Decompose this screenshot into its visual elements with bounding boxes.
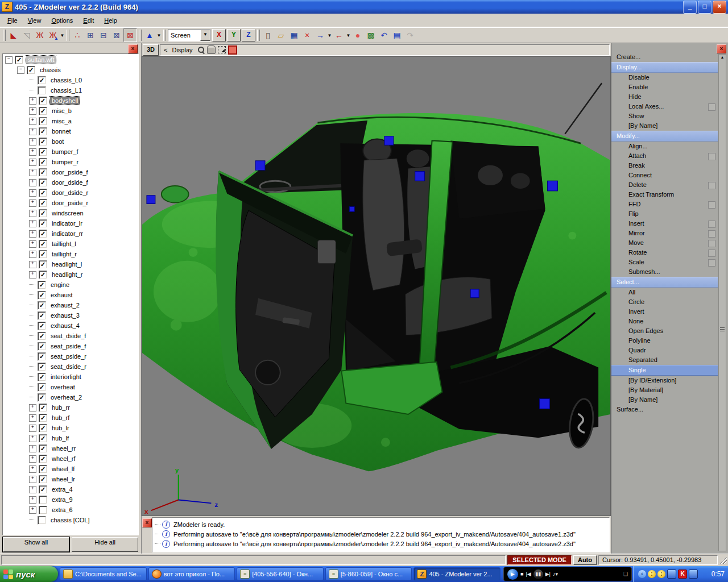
tree-item-checkbox[interactable]: ✓ [39, 434, 47, 443]
tree-expander-plus-icon[interactable]: + [29, 179, 36, 186]
tree-item-label[interactable]: bodyshell [50, 97, 80, 105]
tree-item-label[interactable]: chassis_L0 [49, 76, 84, 84]
taskbar-task-folder[interactable]: C:\Documents and Se... [60, 567, 147, 581]
tree-item[interactable]: +✓bonnet [3, 126, 138, 136]
tree-item-checkbox[interactable]: ✓ [39, 404, 47, 412]
tree-item[interactable]: +✓door_dside_f [3, 177, 138, 188]
tree-item[interactable]: ✓seat_pside_f [3, 341, 138, 351]
resize-grip[interactable] [719, 556, 727, 564]
tree-item-checkbox[interactable]: ✓ [39, 158, 47, 167]
combobox-arrow-icon[interactable]: ▼ [200, 30, 210, 41]
command-break[interactable]: Break [611, 161, 718, 171]
command-polyline[interactable]: Polyline [611, 336, 718, 346]
tree-item[interactable]: chassis_L1 [3, 85, 138, 95]
tree-item-label[interactable]: engine [49, 281, 71, 289]
tree-item[interactable]: ✓overheat [3, 382, 138, 392]
import-icon-dropdown[interactable]: ▼ [327, 33, 332, 38]
axis-y-button[interactable]: Y [227, 29, 241, 41]
tree-item[interactable]: ✓exhaust [3, 290, 138, 300]
tree-item[interactable]: +✓windscreen [3, 208, 138, 218]
tree-item[interactable]: +✓door_pside_f [3, 167, 138, 177]
collapse-chevron-icon[interactable]: ‹ [638, 570, 646, 578]
dummy-marker[interactable] [540, 399, 550, 409]
media-launch-button[interactable]: ▶ [507, 569, 518, 580]
tree-expander-plus-icon[interactable]: + [29, 404, 36, 411]
tree-item-checkbox[interactable]: ✓ [38, 342, 46, 351]
tree-expander-plus-icon[interactable]: + [29, 476, 36, 483]
command-disable[interactable]: Disable [611, 73, 718, 82]
maximize-button[interactable]: □ [698, 1, 712, 14]
tree-item-label[interactable]: extra_4 [50, 485, 75, 493]
tree-item-label[interactable]: door_dside_f [50, 178, 90, 186]
tree-item-label[interactable]: exhaust_4 [49, 322, 81, 330]
tree-item-checkbox[interactable]: ✓ [39, 117, 47, 126]
tree-item-checkbox[interactable]: ✓ [38, 383, 46, 392]
network-icon[interactable] [667, 569, 676, 579]
command-by-material[interactable]: [By Material] [611, 385, 718, 395]
orbit-icon[interactable] [218, 46, 226, 53]
tree-expander-plus-icon[interactable]: + [29, 220, 36, 227]
command-checkbox[interactable] [708, 182, 715, 189]
tree-item[interactable]: +✓wheel_lr [3, 474, 138, 484]
tree-expander-plus-icon[interactable]: + [29, 455, 36, 463]
tree-item[interactable]: ✓exhaust_2 [3, 300, 138, 310]
tree-item-checkbox[interactable] [39, 496, 47, 504]
tree-item-label[interactable]: seat_pside_f [49, 342, 88, 350]
perspective-cone-icon[interactable]: ▲ [143, 29, 156, 41]
command-checkbox[interactable] [708, 230, 715, 238]
maximize-viewport-icon[interactable] [228, 45, 237, 55]
texture-browser-icon[interactable]: ▩ [365, 29, 377, 41]
media-pause-button[interactable]: ▮▮ [533, 569, 543, 579]
tree-item[interactable]: ✓seat_dside_f [3, 331, 138, 341]
tree-item[interactable]: +✓headlight_r [3, 269, 138, 280]
show-all-button[interactable]: Show all [3, 537, 69, 552]
tree-item-checkbox[interactable]: ✓ [39, 424, 47, 433]
media-stop-button[interactable]: ■ [520, 571, 523, 577]
taskbar-task-zmodeler[interactable]: Z405 - ZModeler ver 2... [413, 567, 500, 581]
close-commands-panel-button[interactable]: × [717, 44, 726, 53]
tree-item-checkbox[interactable]: ✓ [39, 271, 47, 279]
tree-item[interactable]: +✓hub_lr [3, 423, 138, 433]
media-previous-button[interactable]: |◀ [526, 571, 531, 577]
command-modify[interactable]: Modify... [611, 131, 718, 142]
command-checkbox[interactable] [708, 221, 715, 228]
command-enable[interactable]: Enable [611, 82, 718, 92]
tree-expander-plus-icon[interactable]: + [29, 230, 36, 238]
command-circle[interactable]: Circle [611, 297, 718, 307]
dummy-marker[interactable] [415, 172, 425, 181]
command-checkbox[interactable] [708, 259, 715, 267]
tree-item-checkbox[interactable]: ✓ [39, 485, 47, 494]
close-log-panel-button[interactable]: × [142, 518, 152, 527]
tree-item-label[interactable]: misc_b [50, 107, 73, 115]
tree-item[interactable]: +✓bodyshell [3, 95, 138, 106]
tree-expander-plus-icon[interactable]: + [29, 465, 36, 473]
media-restore-icon[interactable]: ❏ [623, 571, 628, 577]
objects-level-icon[interactable]: ⊠ [123, 28, 137, 42]
command-display[interactable]: Display... [611, 62, 718, 73]
tree-expander-plus-icon[interactable]: + [29, 271, 36, 278]
tree-item-checkbox[interactable]: ✓ [39, 178, 47, 187]
tree-item-label[interactable]: door_pside_f [50, 168, 90, 176]
command-open-edges[interactable]: Open Edges [611, 326, 718, 336]
command-checkbox[interactable] [708, 250, 715, 257]
kaspersky-icon[interactable]: K [678, 569, 687, 579]
command-local-axes[interactable]: Local Axes... [611, 102, 718, 111]
tree-expander-plus-icon[interactable]: + [29, 261, 36, 268]
command-mirror[interactable]: Mirror [611, 228, 718, 238]
tree-item-checkbox[interactable]: ✓ [39, 148, 47, 156]
tree-item-checkbox[interactable] [39, 506, 47, 514]
tree-item[interactable]: +✓hub_rf [3, 413, 138, 423]
door-mirror[interactable] [162, 186, 189, 202]
save-file-icon[interactable]: ▦ [288, 29, 300, 41]
command-select[interactable]: Select... [611, 277, 718, 288]
close-tree-panel-button[interactable]: × [128, 44, 138, 53]
tree-expander-plus-icon[interactable]: + [29, 118, 36, 125]
car-model[interactable]: y x z [142, 57, 610, 516]
tree-item-checkbox[interactable]: ✓ [39, 219, 47, 228]
command-none[interactable]: None [611, 317, 718, 326]
dummy-marker[interactable] [384, 136, 394, 146]
command-attach[interactable]: Attach [611, 151, 718, 161]
command-surface[interactable]: Surface... [611, 405, 718, 414]
tree-item-label[interactable]: hub_rr [50, 404, 72, 411]
tree-item-label[interactable]: exhaust_3 [49, 311, 81, 319]
